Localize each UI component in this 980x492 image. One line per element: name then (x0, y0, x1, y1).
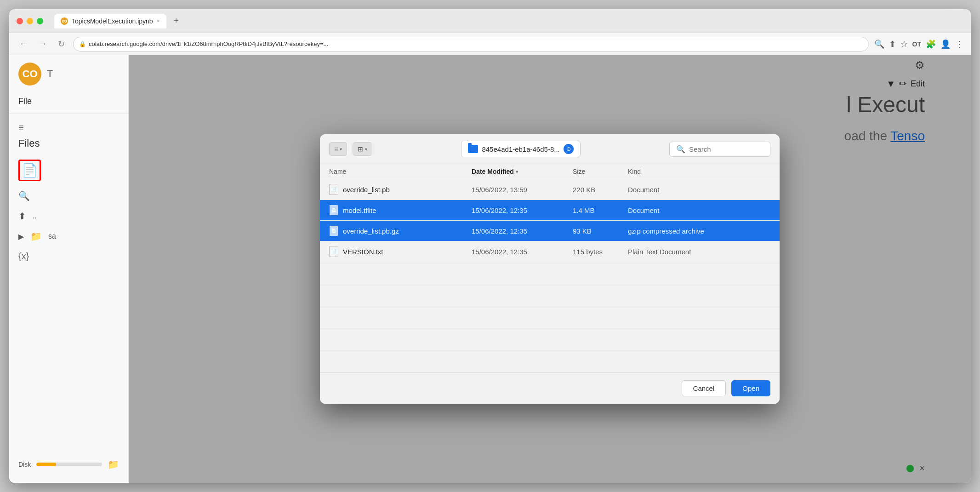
browser-window: co TopicsModelExecution.ipynb × + ← → ↻ … (9, 9, 971, 483)
forward-button[interactable]: → (36, 37, 50, 51)
dialog-overlay: ≡ ▾ ⊞ ▾ 845e4ad1-eb1a-46d5-8... ⊙ (129, 55, 971, 483)
file-row[interactable]: 📄 VERSION.txt 15/06/2022, 12:35 115 byte… (320, 241, 780, 262)
close-button[interactable] (17, 18, 23, 24)
traffic-lights (17, 18, 43, 24)
nav-bar: ← → ↻ 🔒 colab.research.google.com/drive/… (9, 33, 971, 55)
search-icon: 🔍 (18, 190, 30, 201)
page-content: CO T File ≡ Files 📄 🔍 ⬆ .. (9, 55, 971, 483)
file-size: 115 bytes (573, 248, 628, 256)
file-name: VERSION.txt (343, 248, 383, 256)
profile-text: OT (912, 40, 921, 48)
name-column-header[interactable]: Name (329, 168, 472, 175)
menu-icon[interactable]: ⋮ (955, 39, 963, 49)
dots-label: .. (33, 212, 37, 220)
bookmark-icon[interactable]: ☆ (900, 39, 908, 49)
share-icon[interactable]: ⬆ (889, 39, 896, 49)
open-button[interactable]: Open (731, 380, 770, 396)
location-bar: 845e4ad1-eb1a-46d5-8... ⊙ (378, 141, 664, 157)
file-size: 220 KB (573, 186, 628, 194)
upload-icon: 📄 (22, 163, 38, 178)
list-view-chevron: ▾ (340, 147, 342, 152)
list-view-button[interactable]: ≡ ▾ (329, 142, 347, 156)
size-column-header[interactable]: Size (573, 168, 628, 175)
upload-highlight-box: 📄 (18, 160, 41, 181)
file-list: 📄 override_list.pb 15/06/2022, 13:59 220… (320, 179, 780, 372)
file-dialog: ≡ ▾ ⊞ ▾ 845e4ad1-eb1a-46d5-8... ⊙ (320, 134, 780, 404)
grid-view-button[interactable]: ⊞ ▾ (353, 142, 372, 156)
zoom-icon[interactable]: 🔍 (874, 39, 884, 49)
tab-bar: co TopicsModelExecution.ipynb × + (54, 14, 963, 29)
disk-section: Disk 📁 (9, 453, 128, 475)
disk-icon: 📁 (108, 459, 119, 470)
address-bar[interactable]: 🔒 colab.research.google.com/drive/1Fk1iZ… (73, 37, 869, 51)
empty-row (320, 306, 780, 328)
empty-row (320, 262, 780, 284)
variables-icon: {x} (18, 251, 29, 262)
search-input[interactable] (689, 145, 763, 153)
file-name: model.tflite (343, 206, 376, 214)
colab-logo: CO T (9, 63, 128, 93)
folder-expand-icon: ▶ (18, 232, 24, 241)
title-bar: co TopicsModelExecution.ipynb × + (9, 9, 971, 33)
cancel-button[interactable]: Cancel (682, 380, 726, 396)
disk-label: Disk (18, 461, 31, 468)
colab-logo-text: T (47, 68, 53, 80)
file-kind: Plain Text Document (628, 248, 770, 256)
files-label: Files (9, 137, 128, 155)
sort-arrow-icon: ▾ (516, 169, 518, 174)
back-button[interactable]: ← (17, 37, 30, 51)
colab-logo-icon: CO (18, 63, 41, 86)
tab-favicon: co (61, 17, 68, 25)
sidebar-divider-1 (9, 114, 128, 114)
tab-close-button[interactable]: × (157, 18, 160, 24)
sidebar-item-menu[interactable]: ≡ (9, 118, 128, 137)
file-date: 15/06/2022, 12:35 (472, 248, 573, 256)
file-row[interactable]: 📄 override_list.pb 15/06/2022, 13:59 220… (320, 179, 780, 200)
sidebar-item-search[interactable]: 🔍 (9, 186, 128, 206)
tab-title: TopicsModelExecution.ipynb (72, 17, 153, 25)
file-icon: 📄 (329, 205, 338, 216)
upload-folder-icon: ⬆ (18, 211, 26, 222)
folder-icon: 📁 (30, 231, 42, 242)
sidebar-item-upload[interactable]: 📄 (9, 155, 128, 186)
sidebar-item-folder[interactable]: ▶ 📁 sa (9, 226, 128, 246)
file-icon: 📄 (329, 225, 338, 236)
search-box[interactable]: 🔍 (669, 142, 770, 157)
location-folder-icon (468, 145, 478, 153)
active-tab[interactable]: co TopicsModelExecution.ipynb × (54, 14, 166, 29)
extensions-icon[interactable]: 🧩 (926, 39, 936, 49)
file-kind: Document (628, 206, 770, 214)
date-column-header[interactable]: Date Modified ▾ (472, 168, 573, 175)
file-name-cell: 📄 override_list.pb.gz (329, 225, 472, 236)
file-name-cell: 📄 override_list.pb (329, 184, 472, 195)
new-tab-button[interactable]: + (170, 14, 182, 28)
lock-icon: 🔒 (79, 41, 86, 47)
disk-bar (36, 463, 102, 466)
main-content: ⚙ ▼ ✏ Edit l Execut oad the Tenso × (129, 55, 971, 483)
file-date: 15/06/2022, 12:35 (472, 227, 573, 235)
location-chevron-button[interactable]: ⊙ (564, 144, 574, 154)
file-name: override_list.pb.gz (343, 227, 399, 235)
profile-icon[interactable]: 👤 (940, 39, 951, 49)
file-kind: gzip compressed archive (628, 227, 770, 235)
location-text: 845e4ad1-eb1a-46d5-8... (482, 145, 559, 153)
file-name-cell: 📄 model.tflite (329, 205, 472, 216)
disk-fill (36, 463, 56, 466)
minimize-button[interactable] (27, 18, 33, 24)
sidebar-item-upload-folder[interactable]: ⬆ .. (9, 206, 128, 226)
kind-column-header[interactable]: Kind (628, 168, 770, 175)
file-date: 15/06/2022, 12:35 (472, 206, 573, 214)
maximize-button[interactable] (37, 18, 43, 24)
file-size: 93 KB (573, 227, 628, 235)
search-icon: 🔍 (676, 145, 685, 154)
file-row[interactable]: 📄 override_list.pb.gz 15/06/2022, 12:35 … (320, 221, 780, 241)
file-size: 1.4 MB (573, 206, 628, 214)
dialog-footer: Cancel Open (320, 372, 780, 404)
sidebar-item-variables[interactable]: {x} (9, 246, 128, 266)
dialog-toolbar: ≡ ▾ ⊞ ▾ 845e4ad1-eb1a-46d5-8... ⊙ (320, 134, 780, 164)
file-row[interactable]: 📄 model.tflite 15/06/2022, 12:35 1.4 MB … (320, 200, 780, 221)
address-text: colab.research.google.com/drive/1Fk1iZO6… (89, 40, 328, 47)
refresh-button[interactable]: ↻ (55, 37, 68, 51)
file-date: 15/06/2022, 13:59 (472, 186, 573, 194)
file-name: override_list.pb (343, 186, 390, 194)
